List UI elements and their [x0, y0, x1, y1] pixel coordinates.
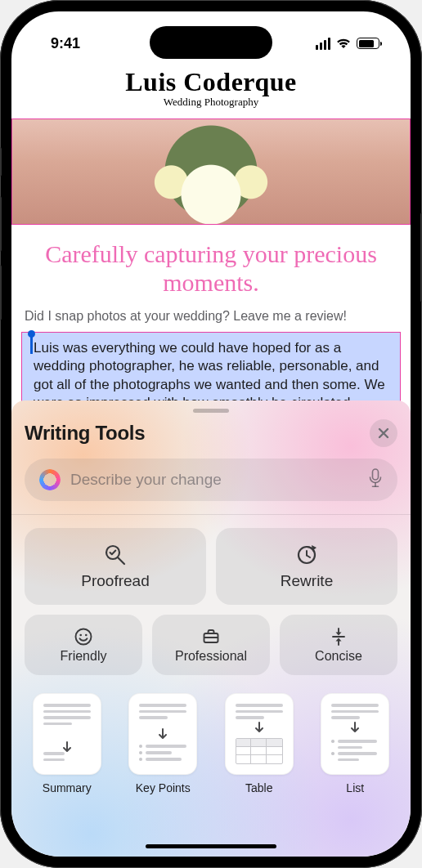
arrow-down-icon	[254, 722, 265, 733]
rewrite-label: Rewrite	[281, 572, 333, 590]
review-prompt: Did I snap photos at your wedding? Leave…	[11, 309, 411, 330]
svg-rect-0	[373, 469, 379, 480]
svg-point-10	[79, 633, 82, 636]
svg-point-9	[76, 629, 92, 644]
proofread-icon	[103, 543, 128, 567]
list-label: List	[346, 781, 364, 794]
summary-label: Summary	[43, 781, 92, 794]
microphone-icon	[368, 468, 383, 488]
friendly-button[interactable]: Friendly	[25, 615, 142, 675]
page-subtitle: Wedding Photography	[11, 96, 411, 109]
list-button[interactable]	[321, 693, 389, 775]
hero-image[interactable]	[11, 119, 411, 225]
describe-change-input[interactable]: Describe your change	[25, 459, 397, 501]
friendly-icon	[74, 627, 93, 647]
battery-icon	[357, 38, 379, 49]
arrow-down-icon	[61, 741, 73, 753]
writing-tools-sheet: Writing Tools Describe your change	[11, 400, 411, 857]
summary-button[interactable]	[33, 693, 101, 775]
rewrite-icon	[294, 543, 319, 567]
concise-label: Concise	[315, 649, 362, 664]
arrow-down-icon	[349, 722, 361, 733]
wifi-icon	[336, 38, 351, 49]
sheet-title: Writing Tools	[25, 422, 145, 445]
proofread-button[interactable]: Proofread	[25, 528, 206, 605]
svg-line-8	[307, 556, 310, 558]
input-placeholder: Describe your change	[70, 471, 358, 489]
proofread-label: Proofread	[81, 572, 149, 590]
ai-icon	[39, 469, 61, 490]
page-title: Luis Coderque	[11, 67, 411, 97]
dictate-button[interactable]	[368, 468, 383, 491]
key-points-button[interactable]	[128, 693, 197, 775]
key-points-label: Key Points	[136, 781, 191, 794]
professional-button[interactable]: Professional	[152, 615, 270, 675]
sheet-grabber[interactable]	[193, 409, 229, 413]
status-time: 9:41	[51, 35, 80, 52]
cellular-icon	[316, 38, 331, 50]
svg-line-4	[118, 557, 124, 564]
table-label: Table	[245, 781, 272, 794]
arrow-down-icon	[157, 728, 168, 740]
svg-marker-15	[336, 638, 342, 641]
home-indicator[interactable]	[146, 844, 276, 848]
close-icon	[378, 427, 389, 439]
svg-marker-14	[336, 632, 342, 635]
text-cursor	[30, 336, 33, 354]
concise-button[interactable]: Concise	[280, 615, 397, 675]
professional-icon	[201, 627, 221, 647]
friendly-label: Friendly	[61, 649, 107, 664]
svg-point-11	[85, 633, 88, 636]
rewrite-button[interactable]: Rewrite	[216, 528, 397, 605]
concise-icon	[329, 627, 348, 647]
table-button[interactable]	[225, 693, 294, 775]
divider	[11, 514, 411, 515]
close-button[interactable]	[370, 419, 397, 447]
professional-label: Professional	[175, 649, 247, 664]
dynamic-island	[150, 26, 272, 59]
headline: Carefully capturing your precious moment…	[11, 225, 411, 309]
